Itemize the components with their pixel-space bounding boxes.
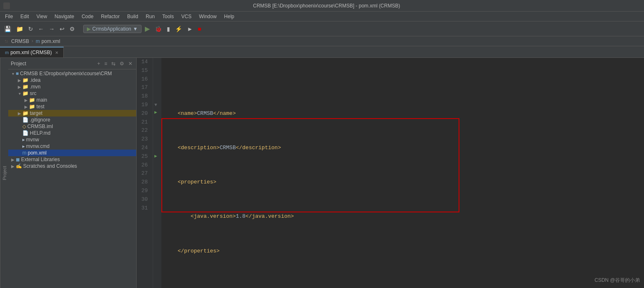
coverage-button[interactable]: ▮ (165, 25, 172, 33)
run-config-selector[interactable]: ▶ CrmsbApplication ▼ (83, 25, 142, 33)
line-num-17: 17 (140, 83, 149, 92)
tree-item-root[interactable]: ▾ ■ CRMSB E:\Dropbox\phoenix\course\CRM (8, 70, 136, 77)
menu-vcs[interactable]: VCS (178, 13, 195, 20)
folder-icon-target: 📁 (22, 110, 29, 116)
sidebar-settings-button[interactable]: ⚙ (118, 60, 125, 67)
sidebar-add-button[interactable]: + (96, 60, 101, 67)
arrow-root: ▾ (10, 71, 16, 76)
code-line-16: <properties> (165, 178, 641, 187)
sidebar-close-button[interactable]: ✕ (127, 60, 134, 67)
line-num-20: 20 (140, 109, 149, 118)
sidebar-collapse-button[interactable]: ⇆ (110, 60, 117, 67)
gutter: ▼ ▶ ▶ (153, 58, 161, 288)
tab-pom-xml[interactable]: m pom.xml (CRMSB) ✕ (0, 47, 64, 57)
line-num-21: 21 (140, 118, 149, 127)
tab-close-button[interactable]: ✕ (55, 50, 58, 55)
menu-window[interactable]: Window (196, 13, 220, 20)
run-indicator-22[interactable]: ▶ (154, 109, 157, 115)
code-area[interactable]: <name>CRMSB</name> <description>CRMSB</d… (161, 58, 644, 288)
menu-view[interactable]: View (33, 13, 50, 20)
highlight-box (161, 118, 459, 213)
menu-bar: File Edit View Navigate Code Refactor Bu… (0, 12, 644, 21)
tree-label-main: main (36, 97, 47, 103)
tree-label-mvn: .mvn (30, 84, 41, 90)
menu-build[interactable]: Build (124, 13, 142, 20)
tab-file-icon: m (5, 50, 9, 55)
tree-item-ext-libs[interactable]: ▶ ◼ External Libraries (8, 156, 136, 163)
project-icon: ◾ (3, 38, 10, 44)
run-indicator-27[interactable]: ▶ (154, 153, 157, 159)
code-line-18: </properties> (165, 247, 641, 256)
more-run-button[interactable]: ► (185, 25, 195, 33)
menu-file[interactable]: File (2, 13, 16, 20)
tree-item-main[interactable]: ▶ 📁 main (8, 97, 136, 103)
toolbar-save-button[interactable]: 💾 (2, 25, 13, 33)
line-num-19: 19 (140, 101, 149, 109)
toolbar: 💾 📁 ↻ ← → ↩ ⚙ ▶ CrmsbApplication ▼ ▶ 🐞 ▮… (0, 21, 644, 36)
line-numbers: 14 15 16 17 18 19 20 21 22 23 24 25 26 2… (137, 58, 153, 288)
menu-run[interactable]: Run (142, 13, 158, 20)
tree-label-target: target (30, 110, 43, 116)
line-num-22: 22 (140, 126, 149, 135)
arrow-main: ▶ (23, 98, 29, 102)
menu-help[interactable]: Help (221, 13, 238, 20)
build-button[interactable]: ⚡ (173, 25, 184, 33)
menu-edit[interactable]: Edit (17, 13, 32, 20)
file-icon-helpmd: 📄 (22, 130, 29, 136)
tree-item-target[interactable]: ▶ 📁 target (8, 110, 136, 117)
tree-label-mvnwcmd: mvnw.cmd (26, 143, 50, 149)
line-num-29: 29 (140, 187, 149, 195)
project-icon-tree: ■ (16, 71, 19, 76)
tree-item-mvn[interactable]: ▶ 📁 .mvn (8, 83, 136, 90)
project-panel-label[interactable]: Project (0, 58, 8, 288)
arrow-mvn: ▶ (17, 85, 22, 89)
tree-label-root: CRMSB E:\Dropbox\phoenix\course\CRM (20, 71, 112, 76)
menu-refactor[interactable]: Refactor (98, 13, 123, 20)
sidebar-expand-button[interactable]: ≡ (103, 60, 108, 67)
tree-item-gitignore[interactable]: ▶ 📄 .gitignore (8, 117, 136, 123)
tree-item-helpmd[interactable]: ▶ 📄 HELP.md (8, 130, 136, 136)
menu-tools[interactable]: Tools (159, 13, 177, 20)
fold-indicator-20[interactable]: ▼ (154, 102, 157, 107)
arrow-ext-libs: ▶ (10, 157, 16, 162)
run-config-arrow: ▼ (133, 26, 138, 32)
breadcrumb-bar: ◾ CRMSB › m pom.xml (0, 36, 644, 46)
tree-label-ext-libs: External Libraries (21, 157, 60, 162)
menu-code[interactable]: Code (78, 13, 97, 20)
toolbar-sync-button[interactable]: ↻ (26, 25, 35, 33)
run-config-icon: ▶ (87, 26, 91, 32)
code-line-19 (165, 281, 641, 288)
file-icon-gitignore: 📄 (22, 117, 29, 123)
toolbar-forward-button[interactable]: → (47, 25, 56, 33)
run-button[interactable]: ▶ (143, 24, 151, 33)
tree-item-mvnw[interactable]: ▶ ▸ mvnw (8, 136, 136, 143)
ext-libs-icon: ◼ (16, 157, 20, 162)
line-num-23: 23 (140, 135, 149, 144)
tree-item-pom-xml[interactable]: ▶ m pom.xml (8, 150, 136, 156)
toolbar-settings-button[interactable]: ⚙ (68, 25, 77, 33)
folder-icon-main: 📁 (29, 97, 35, 103)
code-line-14: <name>CRMSB</name> (165, 109, 641, 118)
toolbar-undo-button[interactable]: ↩ (58, 25, 66, 33)
folder-icon-src: 📁 (22, 90, 29, 96)
tree-item-test[interactable]: ▶ 📁 test (8, 103, 136, 110)
stop-button[interactable]: ■ (196, 25, 203, 33)
toolbar-open-button[interactable]: 📁 (14, 25, 25, 33)
tree-item-mvnwcmd[interactable]: ▶ ▸ mvnw.cmd (8, 143, 136, 150)
tree-item-src[interactable]: ▾ 📁 src (8, 90, 136, 97)
tree-item-scratches[interactable]: ▶ ✍ Scratches and Consoles (8, 163, 136, 169)
menu-navigate[interactable]: Navigate (51, 13, 77, 20)
sidebar-header: Project + ≡ ⇆ ⚙ ✕ (8, 58, 136, 69)
tree-label-pom: pom.xml (28, 150, 46, 156)
line-num-26: 26 (140, 161, 149, 170)
tree-item-idea[interactable]: ▶ 📁 .idea (8, 77, 136, 83)
tree-item-iml[interactable]: ▶ ◇ CRMSB.iml (8, 123, 136, 130)
editor: 14 15 16 17 18 19 20 21 22 23 24 25 26 2… (137, 58, 644, 288)
code-line-17: <java.version>1.8</java.version> (165, 212, 641, 221)
folder-icon-idea: 📁 (22, 77, 29, 83)
toolbar-back-button[interactable]: ← (36, 25, 46, 33)
line-num-25: 25 (140, 152, 149, 161)
arrow-src: ▾ (17, 91, 22, 96)
file-icon-iml: ◇ (22, 124, 26, 129)
debug-button[interactable]: 🐞 (153, 25, 163, 33)
